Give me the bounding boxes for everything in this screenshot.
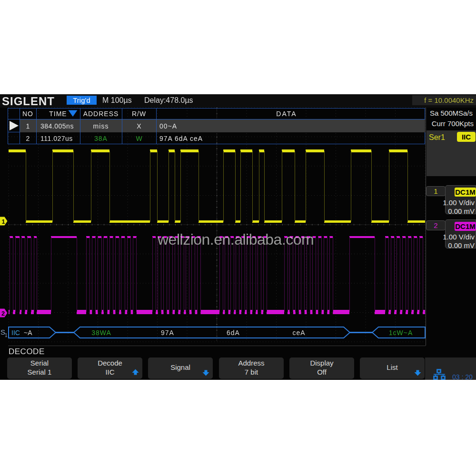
svg-text:2: 2 xyxy=(1,310,5,317)
svg-text:38WA: 38WA xyxy=(91,329,111,337)
svg-text:1cW~A: 1cW~A xyxy=(389,329,413,337)
svg-text:1: 1 xyxy=(2,218,5,225)
svg-text:IIC: IIC xyxy=(11,329,20,337)
svg-text:~A: ~A xyxy=(24,329,32,337)
svg-text:97A: 97A xyxy=(161,329,174,337)
svg-text:1: 1 xyxy=(5,333,8,338)
svg-text:ceA: ceA xyxy=(292,329,305,337)
svg-text:6dA: 6dA xyxy=(227,329,240,337)
